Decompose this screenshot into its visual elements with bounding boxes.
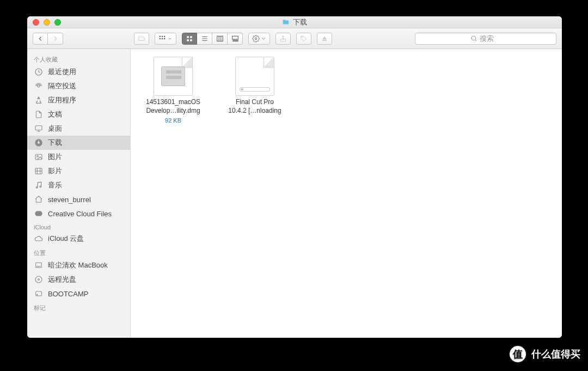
svg-point-43 [35,276,42,283]
file-thumbnail [235,57,274,96]
arrange-dropdown[interactable] [155,33,176,45]
window-body: 个人收藏最近使用隔空投送应用程序文稿桌面下载图片影片音乐steven_burre… [27,49,562,338]
folder-outline-icon [138,35,145,42]
svg-point-27 [38,85,40,87]
svg-point-33 [37,155,39,157]
back-button[interactable] [33,33,48,45]
download-progress-icon [240,87,270,92]
file-thumbnail [154,57,193,96]
sidebar-item-label: 最近使用 [48,67,76,77]
svg-rect-28 [35,126,42,130]
search-field[interactable] [415,33,556,45]
music-icon [34,180,44,190]
svg-rect-19 [236,40,237,41]
window-title-text: 下载 [293,17,307,27]
svg-rect-17 [232,40,234,41]
folder-dropdown[interactable] [134,33,149,45]
forward-button[interactable] [48,33,63,45]
sidebar-item[interactable]: Creative Cloud Files [27,206,130,221]
search-icon [470,35,477,42]
doc-icon [34,110,44,119]
titlebar[interactable]: 下载 [27,16,562,28]
action-dropdown[interactable] [248,33,270,45]
cc-icon [34,209,44,218]
sidebar-section-header: iCloud [27,221,130,232]
svg-rect-2 [164,35,165,37]
file-name: Final Cut Pro10.4.2 […nloading [228,98,281,115]
chevron-down-icon [261,36,266,41]
sidebar-item[interactable]: 影片 [27,164,130,178]
sidebar-item-label: Creative Cloud Files [48,210,112,218]
svg-rect-6 [187,36,189,38]
watermark-badge: 值 [509,345,527,363]
sidebar-item[interactable]: 远程光盘 [27,272,130,287]
sidebar-item[interactable]: 文稿 [27,107,130,121]
eject-icon [321,35,328,42]
file-item[interactable]: Final Cut Pro10.4.2 […nloading [222,57,287,115]
svg-rect-4 [162,38,163,39]
view-column-button[interactable] [212,33,228,45]
sidebar-item[interactable]: 桌面 [27,121,130,136]
movie-icon [34,166,44,176]
sidebar-item-label: iCloud 云盘 [48,234,84,244]
clock-icon [34,67,44,77]
svg-point-46 [37,294,38,295]
apps-icon [34,95,44,105]
sidebar-item[interactable]: 图片 [27,150,130,164]
sidebar-item[interactable]: 音乐 [27,178,130,192]
svg-rect-16 [232,36,238,39]
svg-rect-9 [190,39,192,41]
sidebar-item[interactable]: 下载 [27,136,130,150]
sidebar-section-header: 位置 [27,246,130,258]
svg-rect-18 [235,40,236,41]
watermark-text: 什么值得买 [531,348,580,361]
file-meta: 92 KB [165,117,181,124]
chevron-down-icon [167,36,173,41]
sidebar-item[interactable]: 应用程序 [27,93,130,107]
share-button[interactable] [275,33,291,45]
svg-point-44 [38,279,40,281]
close-window-button[interactable] [33,19,39,26]
view-mode-switcher [182,33,243,45]
photo-icon [34,152,44,162]
view-icon-button[interactable] [182,33,197,45]
svg-line-25 [475,40,476,41]
minimize-window-button[interactable] [44,19,50,26]
file-browser-content[interactable]: 14513601_macOSDevelop…ility.dmg92 KBFina… [131,49,562,338]
file-item[interactable]: 14513601_macOSDevelop…ility.dmg92 KB [140,57,206,124]
zoom-window-button[interactable] [54,19,61,26]
svg-rect-0 [160,35,161,37]
svg-rect-13 [217,36,223,41]
svg-point-22 [302,37,303,38]
tag-icon [300,35,308,42]
svg-rect-23 [322,40,327,41]
sidebar-item-label: 下载 [48,138,62,148]
cloud-icon [34,234,44,244]
svg-rect-5 [164,38,165,39]
sidebar-item[interactable]: 隔空投送 [27,79,130,93]
sidebar-item-label: 图片 [48,152,62,162]
sidebar-item-label: BOOTCAMP [48,290,88,298]
finder-window: 下载 个人收藏最近使用隔空投送应用 [27,16,562,338]
sidebar-item-label: 音乐 [48,180,62,190]
sidebar-item[interactable]: steven_burrel [27,192,130,206]
eject-button[interactable] [317,33,332,45]
svg-point-41 [37,211,42,216]
view-list-button[interactable] [197,33,212,45]
tags-button[interactable] [296,33,311,45]
view-gallery-button[interactable] [228,33,243,45]
svg-point-38 [36,187,38,188]
sidebar-item[interactable]: BOOTCAMP [27,287,130,301]
svg-point-24 [471,36,476,40]
sidebar-item[interactable]: 暗尘清欢 MacBook [27,258,130,272]
gear-icon [252,35,260,42]
desktop-icon [34,124,44,133]
sidebar-item[interactable]: 最近使用 [27,65,130,79]
file-name: 14513601_macOSDevelop…ility.dmg [146,98,200,115]
airdrop-icon [34,81,44,91]
sidebar-item[interactable]: iCloud 云盘 [27,232,130,246]
share-icon [279,35,287,42]
search-input[interactable] [480,34,501,42]
svg-rect-3 [160,38,161,39]
gallery-view-icon [231,35,239,42]
